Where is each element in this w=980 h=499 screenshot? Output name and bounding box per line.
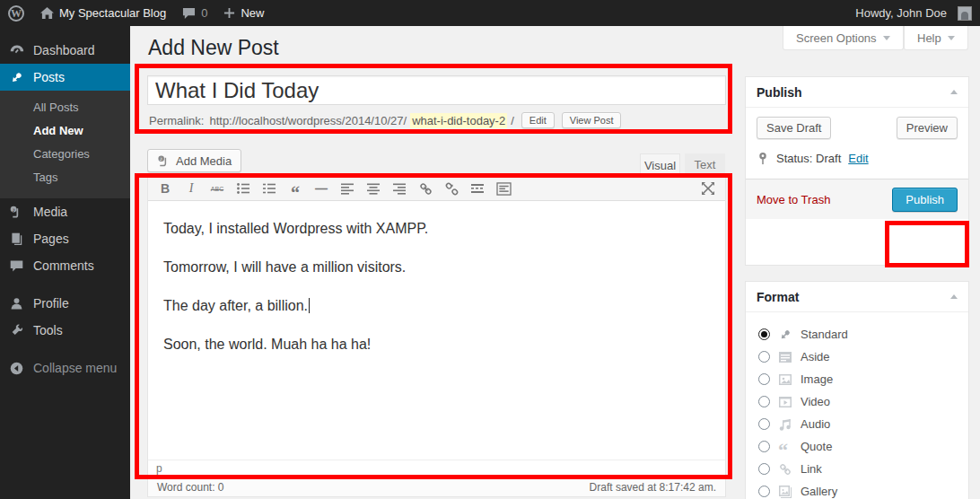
format-option-link[interactable]: Link (758, 458, 958, 480)
sidebar-item-comments[interactable]: Comments (0, 252, 130, 279)
add-media-label: Add Media (176, 154, 232, 168)
sidebar-label: Profile (33, 296, 69, 311)
tools-icon (9, 323, 24, 338)
media-icon: ♪ (9, 205, 24, 220)
preview-button[interactable]: Preview (897, 117, 958, 139)
post-status-icon (757, 152, 769, 165)
radio-audio[interactable] (758, 418, 770, 430)
numbered-list-icon[interactable] (259, 179, 279, 197)
sidebar-label: Media (33, 205, 67, 219)
sidebar-item-profile[interactable]: Profile (0, 290, 130, 317)
radio-standard[interactable] (758, 328, 770, 340)
sidebar-item-media[interactable]: ♪ Media (0, 198, 130, 225)
sidebar-item-all-posts[interactable]: All Posts (0, 96, 130, 119)
strikethrough-icon[interactable]: ABC (207, 179, 227, 197)
new-content-menu[interactable]: New (215, 0, 272, 26)
site-name: My Spectacular Blog (59, 6, 166, 20)
format-option-audio[interactable]: Audio (758, 413, 958, 435)
word-count: Word count: 0 (157, 481, 223, 494)
home-icon (40, 7, 54, 20)
align-center-icon[interactable] (363, 179, 383, 197)
sidebar-item-posts[interactable]: Posts (0, 64, 130, 91)
edit-permalink-button[interactable]: Edit (521, 112, 555, 128)
move-to-trash-link[interactable]: Move to Trash (757, 193, 830, 206)
editor-content-area[interactable]: Today, I installed Wordpress with XAMPP.… (148, 201, 725, 425)
profile-icon (9, 296, 24, 311)
bulleted-list-icon[interactable] (233, 179, 253, 197)
blockquote-icon[interactable]: “ (285, 179, 305, 197)
radio-quote[interactable] (758, 441, 770, 452)
toolbar-toggle-icon[interactable] (494, 179, 513, 197)
align-left-icon[interactable] (337, 179, 357, 197)
format-option-aside[interactable]: Aside (758, 346, 958, 368)
posts-submenu: All Posts Add New Categories Tags (0, 91, 130, 198)
svg-text:♪: ♪ (12, 206, 14, 212)
screen-options-tab[interactable]: Screen Options (783, 26, 904, 50)
more-tag-icon[interactable] (468, 179, 487, 197)
publish-button[interactable]: Publish (892, 188, 958, 212)
format-aside-icon (778, 350, 792, 364)
align-right-icon[interactable] (389, 179, 409, 197)
editor-status-bar: Word count: 0 Draft saved at 8:17:42 am. (147, 478, 726, 497)
permalink-slug: what-i-did-today-2 (410, 113, 507, 128)
radio-video[interactable] (758, 396, 770, 407)
fullscreen-icon[interactable] (698, 179, 718, 197)
chevron-down-icon (948, 36, 955, 40)
format-gallery-icon (778, 485, 792, 499)
my-account-menu[interactable]: Howdy, John Doe (847, 0, 980, 26)
sidebar-item-add-new[interactable]: Add New (0, 119, 130, 143)
format-option-standard[interactable]: Standard (758, 323, 958, 346)
sidebar-item-tools[interactable]: Tools (0, 317, 130, 344)
save-draft-button[interactable]: Save Draft (757, 117, 831, 139)
format-option-gallery[interactable]: Gallery (758, 480, 958, 499)
pushpin-icon (9, 70, 24, 85)
comments-menu[interactable]: 0 (174, 0, 215, 26)
format-option-quote[interactable]: “ Quote (758, 435, 958, 458)
format-box-header[interactable]: Format (746, 282, 968, 312)
collapse-toggle-icon[interactable] (950, 294, 958, 299)
sidebar-item-dashboard[interactable]: Dashboard (0, 37, 130, 64)
tab-text[interactable]: Text (685, 153, 725, 176)
sidebar-label: Comments (33, 258, 94, 273)
radio-aside[interactable] (758, 351, 770, 363)
post-title-input[interactable] (147, 75, 726, 105)
add-media-button[interactable]: ♪ Add Media (147, 149, 241, 172)
help-tab[interactable]: Help (904, 26, 968, 50)
collapse-toggle-icon[interactable] (950, 90, 958, 94)
sidebar-item-collapse-menu[interactable]: Collapse menu (0, 355, 130, 381)
tab-visual[interactable]: Visual (640, 153, 680, 176)
horizontal-rule-icon[interactable]: — (311, 179, 331, 197)
radio-link[interactable] (758, 463, 770, 475)
format-option-image[interactable]: Image (758, 368, 958, 390)
radio-gallery[interactable] (758, 486, 770, 497)
format-option-video[interactable]: Video (758, 390, 958, 413)
new-label: New (241, 6, 264, 20)
avatar (958, 6, 972, 21)
wordpress-logo-menu[interactable]: W (0, 0, 32, 26)
sidebar-item-categories[interactable]: Categories (0, 143, 130, 166)
unlink-icon[interactable] (442, 179, 461, 197)
status-text: Status: Draft (776, 152, 841, 165)
italic-icon[interactable]: I (181, 179, 201, 197)
editor-element-path[interactable]: p (148, 460, 725, 477)
radio-image[interactable] (758, 373, 770, 385)
plus-icon (223, 7, 235, 19)
format-video-icon (778, 395, 792, 409)
site-name-menu[interactable]: My Spectacular Blog (32, 0, 174, 26)
edit-status-link[interactable]: Edit (848, 152, 868, 165)
format-standard-icon (778, 328, 792, 342)
sidebar-item-pages[interactable]: Pages (0, 225, 130, 252)
howdy-text: Howdy, John Doe (855, 6, 947, 20)
sidebar-item-tags[interactable]: Tags (0, 166, 130, 189)
pages-icon (9, 232, 24, 247)
sidebar-label: Pages (33, 232, 69, 246)
publish-box-header[interactable]: Publish (746, 77, 968, 108)
sidebar-label: Dashboard (33, 43, 95, 57)
link-icon[interactable] (416, 179, 435, 197)
publish-box-title: Publish (757, 85, 802, 100)
view-post-button[interactable]: View Post (562, 112, 622, 128)
add-media-icon: ♪ (157, 154, 171, 167)
bold-icon[interactable]: B (155, 179, 175, 197)
publish-actions: Move to Trash Publish (746, 179, 968, 219)
menu-separator (0, 344, 130, 355)
